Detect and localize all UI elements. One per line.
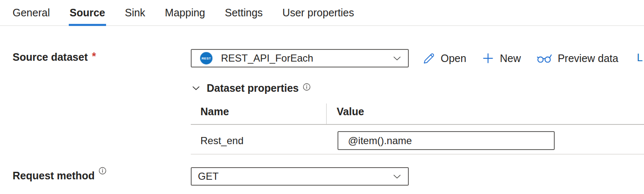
copy-activity-source-panel: General Source Sink Mapping Settings Use… (0, 0, 644, 194)
activity-tab-bar: General Source Sink Mapping Settings Use… (0, 0, 644, 26)
request-method-value: GET (198, 171, 392, 182)
rest-dataset-icon: REST (200, 52, 213, 65)
chevron-down-icon (392, 53, 402, 63)
glasses-icon (536, 52, 552, 64)
new-dataset-button[interactable]: New (482, 52, 521, 65)
parameter-value-input[interactable] (338, 131, 555, 150)
source-dataset-value: REST_API_ForEach (221, 52, 392, 64)
chevron-down-icon (191, 83, 201, 93)
chevron-down-icon (392, 171, 402, 181)
column-divider (326, 103, 327, 124)
tab-general[interactable]: General (13, 0, 50, 25)
new-dataset-label: New (500, 52, 521, 65)
column-header-name: Name (200, 106, 229, 118)
tab-settings[interactable]: Settings (225, 0, 262, 25)
dataset-properties-title: Dataset properties (207, 82, 299, 94)
request-method-label: Request method (13, 170, 106, 182)
required-asterisk: * (92, 50, 96, 62)
preview-data-label: Preview data (558, 52, 618, 65)
dataset-action-bar: Open New Preview data (423, 49, 618, 67)
table-row-rule (191, 154, 644, 155)
tab-mapping[interactable]: Mapping (165, 0, 205, 25)
learn-more-link-clipped[interactable]: L (637, 52, 643, 64)
column-header-value: Value (337, 106, 364, 118)
plus-icon (482, 52, 494, 65)
info-icon[interactable] (99, 167, 106, 175)
table-header-rule (191, 124, 644, 125)
pencil-icon (423, 52, 435, 65)
preview-data-button[interactable]: Preview data (536, 52, 618, 65)
source-dataset-label: Source dataset * (13, 51, 96, 63)
info-icon[interactable] (303, 83, 311, 91)
request-method-select[interactable]: GET (191, 167, 409, 186)
open-dataset-label: Open (441, 52, 466, 65)
request-method-label-text: Request method (13, 170, 95, 182)
source-dataset-label-text: Source dataset (13, 51, 88, 63)
source-dataset-select[interactable]: REST REST_API_ForEach (191, 49, 409, 67)
tab-sink[interactable]: Sink (125, 0, 145, 25)
tab-source[interactable]: Source (70, 0, 105, 25)
parameter-name: Rest_end (200, 135, 244, 147)
tab-user-properties[interactable]: User properties (283, 0, 354, 25)
dataset-properties-toggle[interactable]: Dataset properties (191, 82, 311, 94)
open-dataset-button[interactable]: Open (423, 52, 466, 65)
